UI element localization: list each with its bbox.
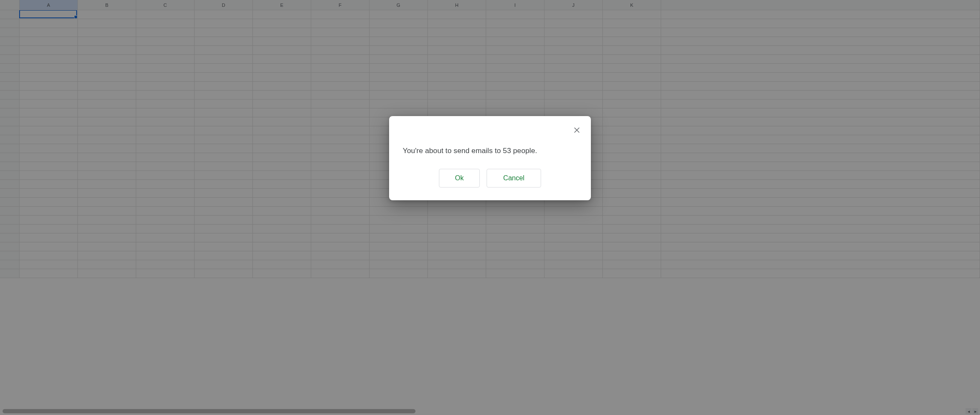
close-icon xyxy=(573,126,581,134)
close-button[interactable] xyxy=(571,125,582,136)
modal-overlay xyxy=(0,0,980,415)
confirmation-dialog: You're about to send emails to 53 people… xyxy=(389,116,591,200)
dialog-message: You're about to send emails to 53 people… xyxy=(403,147,577,155)
dialog-button-row: Ok Cancel xyxy=(403,169,577,188)
cancel-button[interactable]: Cancel xyxy=(487,169,541,188)
ok-button[interactable]: Ok xyxy=(439,169,480,188)
